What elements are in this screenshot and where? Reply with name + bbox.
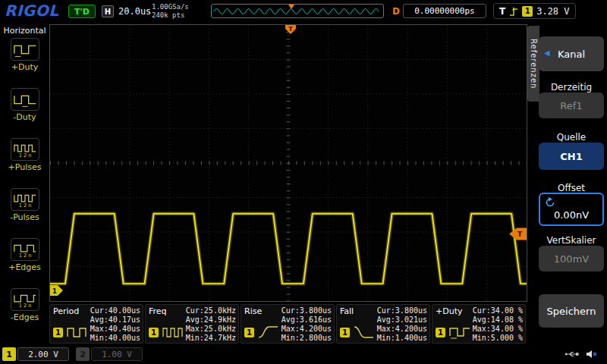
channel1-marker-label: 1 — [52, 287, 57, 295]
menu-item-label: Speichern — [547, 306, 596, 317]
measurement-cur: Cur:34.00 % — [473, 306, 523, 315]
trigger-status-badge: T'D — [68, 5, 96, 18]
usb-icon — [565, 350, 580, 359]
measurement-cur: Cur:40.00us — [90, 306, 140, 315]
measurement-cur: Cur:25.0kHz — [186, 306, 236, 315]
acquisition-info: 1.00GSa/s 240k pts — [152, 3, 189, 20]
measurement-values: Cur:25.0kHz Avg:24.9kHz Max:25.0kHz Min:… — [186, 306, 236, 343]
measurement-max: Max:4.200us — [281, 325, 332, 334]
menu-item-value: CH1 — [560, 151, 582, 162]
sidebar-item-minus-pulses[interactable]: 1 2 n -Pulses — [0, 188, 49, 235]
svg-text:1 2 n: 1 2 n — [18, 202, 31, 209]
channel2-indicator[interactable]: 2 1.00 V — [76, 347, 143, 362]
sidebar-item-label: +Edges — [0, 262, 49, 272]
trigger-position-marker[interactable]: T — [285, 25, 296, 34]
speaker-muted-icon[interactable] — [586, 350, 598, 359]
freq-icon — [162, 325, 184, 340]
pulses-plus-icon: 1 2 n — [11, 138, 39, 161]
chevron-left-icon: ◀ — [544, 49, 550, 57]
waveform-overview-icon — [212, 5, 383, 17]
measurement-values: Cur:3.800us Avg:3.021us Max:4.200us Min:… — [377, 306, 427, 343]
sidebar-item-label: -Pulses — [0, 212, 49, 222]
menu-item-offset-value[interactable]: 0.00nV — [539, 193, 604, 226]
oscilloscope-screen: RIGOL T'D H 20.0us 1.00GSa/s 240k pts D … — [0, 0, 607, 364]
measurement-name: Fall — [340, 306, 354, 316]
menu-item-label: Kanal — [558, 49, 585, 60]
measurement-min: Min:24.7kHz — [186, 334, 236, 343]
sidebar-item-plus-duty[interactable]: +Duty — [0, 38, 49, 85]
menu-item-value: Ref1 — [560, 100, 582, 111]
menu-item-vertskalier-value[interactable]: 100mV — [539, 246, 604, 271]
trigger-position-label: T — [288, 26, 293, 33]
measurement-panel-fall: Fall 1 Cur:3.800us Avg:3.021us Max:4.200… — [336, 304, 430, 344]
trigger-level-value: 3.28 V — [536, 6, 569, 17]
measurement-source-badge: 1 — [340, 328, 350, 337]
measurement-values: Cur:40.00us Avg:40.17us Max:40.40us Min:… — [90, 306, 140, 343]
knob-rotate-icon — [545, 197, 555, 208]
svg-text:1 2 n: 1 2 n — [18, 152, 31, 158]
trigger-label: T — [499, 6, 505, 17]
measurement-avg: Avg:14.08 % — [473, 315, 523, 325]
svg-text:1 2 n: 1 2 n — [18, 303, 31, 309]
trigger-source-badge: 1 — [522, 6, 533, 17]
delay-value[interactable]: 0.00000000ps — [403, 4, 486, 18]
pulses-minus-icon: 1 2 n — [11, 188, 39, 211]
channel2-scale: 1.00 V — [91, 347, 143, 361]
timebase-value: 20.0us — [118, 6, 151, 17]
fall-time-icon — [353, 325, 376, 340]
measurement-max: Max:25.0kHz — [186, 325, 236, 334]
menu-label-derzeitig: Derzeitig — [539, 82, 604, 93]
sidebar-item-minus-duty[interactable]: -Duty — [0, 88, 49, 135]
duty-minus-icon — [11, 88, 39, 111]
menu-item-derzeitig-value[interactable]: Ref1 — [539, 93, 604, 118]
delay-label: D — [392, 6, 400, 17]
duty-plus-icon — [11, 38, 39, 61]
menu-item-speichern[interactable]: Speichern — [539, 294, 604, 328]
measurement-min: Min:40.00us — [90, 334, 140, 343]
waveform-trace: T T 1 — [50, 25, 527, 301]
ref-menu: ◀ Kanal Derzeitig Ref1 Quelle CH1 Offset… — [539, 23, 607, 345]
trigger-info-group[interactable]: T 1 3.28 V — [493, 3, 576, 19]
waveform-position-bar[interactable] — [211, 4, 384, 18]
channel1-offset-marker[interactable]: 1 — [50, 285, 63, 296]
menu-label-vertskalier: VertSkalier — [539, 235, 604, 246]
sample-rate: 1.00GSa/s — [152, 3, 189, 11]
channel1-scale: 2.00 V — [17, 347, 69, 361]
menu-item-value: 0.00nV — [554, 209, 589, 221]
measurement-name: +Duty — [436, 306, 462, 316]
measurement-values: Cur:3.800us Avg:3.616us Max:4.200us Min:… — [281, 306, 332, 343]
horizontal-measure-sidebar: Horizontal +Duty -Duty — [0, 23, 49, 345]
trigger-level-label: T — [517, 231, 523, 238]
edges-plus-icon: 1 2 n — [11, 238, 39, 261]
measurement-source-badge: 1 — [244, 328, 254, 337]
sidebar-item-minus-edges[interactable]: 1 2 n -Edges — [0, 288, 49, 335]
edges-minus-icon: 1 2 n — [11, 288, 39, 311]
status-bar: 1 2.00 V 2 1.00 V — [0, 345, 607, 364]
sidebar-item-plus-edges[interactable]: 1 2 n +Edges — [0, 238, 49, 285]
measurement-panel-rise: Rise 1 Cur:3.800us Avg:3.616us Max:4.200… — [241, 304, 335, 344]
channel1-badge: 1 — [2, 347, 16, 361]
measurement-avg: Avg:40.17us — [90, 315, 140, 325]
trigger-position-mini-marker[interactable] — [288, 5, 294, 9]
channel1-indicator[interactable]: 1 2.00 V — [2, 347, 69, 362]
horizontal-badge: H — [102, 5, 114, 17]
channel2-badge: 2 — [76, 347, 90, 361]
measurement-avg: Avg:3.021us — [377, 315, 427, 325]
waveform-display[interactable]: T T 1 — [49, 24, 527, 302]
measurement-min: Min:2.800us — [281, 334, 332, 343]
menu-tab-label: Referenzen — [530, 39, 538, 89]
measurement-min: Min:1.400us — [377, 334, 427, 343]
sidebar-item-plus-pulses[interactable]: 1 2 n +Pulses — [0, 138, 49, 185]
menu-item-kanal[interactable]: ◀ Kanal — [539, 36, 604, 71]
memory-depth: 240k pts — [152, 11, 189, 20]
rise-time-icon — [257, 325, 280, 340]
measurement-avg: Avg:3.616us — [281, 315, 332, 325]
menu-item-quelle-value[interactable]: CH1 — [539, 143, 604, 170]
measurement-values: Cur:34.00 % Avg:14.08 % Max:34.00 % Min:… — [473, 306, 523, 343]
measurement-min: Min:5.000 % — [473, 334, 523, 343]
measurement-max: Max:34.00 % — [473, 325, 523, 334]
menu-tab-referenzen[interactable]: Referenzen — [527, 26, 539, 102]
duty-cycle-icon — [448, 325, 471, 340]
measurement-cur: Cur:3.800us — [281, 306, 332, 315]
trigger-slope-icon — [509, 5, 518, 17]
